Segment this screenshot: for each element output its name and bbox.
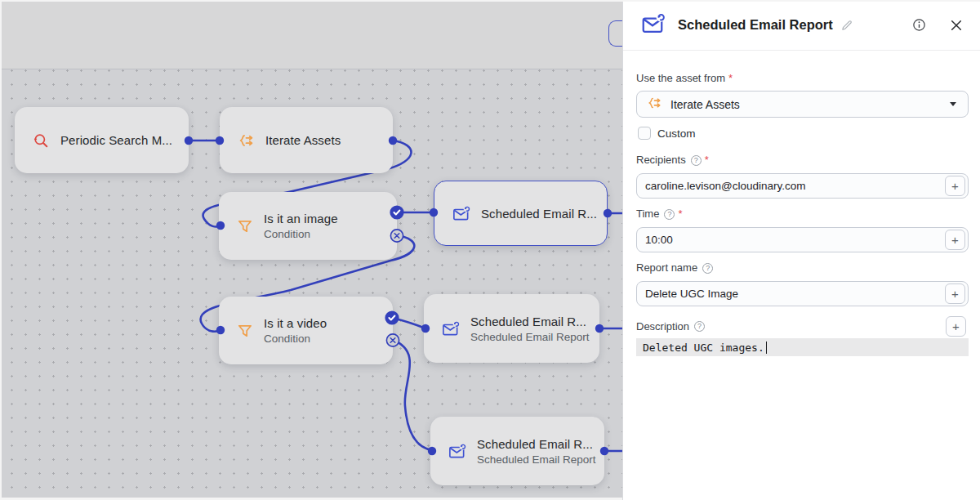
node-subtitle: Condition (264, 333, 327, 345)
panel-body: Use the asset from * Iterate Assets Cust… (623, 51, 980, 356)
canvas-topbar (0, 0, 622, 69)
info-icon[interactable] (911, 17, 927, 33)
asset-from-label: Use the asset from * (636, 72, 969, 85)
required-marker: * (705, 154, 709, 167)
add-report-name-button[interactable]: + (945, 283, 965, 304)
help-icon[interactable]: ? (694, 321, 705, 332)
window-frame-top (0, 0, 980, 2)
recipients-value: caroline.levison@cloudinary.com (645, 180, 945, 192)
node-title: Scheduled Email R... (481, 207, 597, 221)
port-out[interactable] (600, 447, 608, 455)
report-name-value: Delete UGC Image (645, 288, 945, 300)
port-in[interactable] (428, 447, 436, 455)
node-scheduled-email-selected[interactable]: Scheduled Email R... (434, 181, 608, 246)
panel-header: Scheduled Email Report (623, 0, 980, 51)
node-title: Scheduled Email R... (470, 315, 590, 328)
description-label-row: Description ? + (636, 316, 969, 337)
description-value: Deleted UGC images. (643, 342, 764, 354)
time-label: Time ? * (636, 208, 969, 221)
workflow-editor: Periodic Search M... Iterate Assets Is i… (0, 0, 980, 500)
node-title: Periodic Search M... (60, 133, 172, 147)
node-scheduled-email-3[interactable]: Scheduled Email R... Scheduled Email Rep… (430, 417, 604, 485)
custom-checkbox[interactable] (638, 127, 651, 140)
node-title: Is it an image (264, 212, 338, 225)
node-is-it-a-video[interactable]: Is it a video Condition (219, 297, 393, 364)
port-in[interactable] (216, 326, 225, 334)
chevron-down-icon (950, 102, 956, 106)
node-subtitle: Condition (264, 228, 338, 240)
port-false-x-icon[interactable] (386, 334, 399, 346)
recipients-label: Recipients ? * (636, 154, 969, 167)
iterate-icon (237, 132, 255, 150)
scheduled-email-icon (448, 442, 466, 461)
node-scheduled-email-2[interactable]: Scheduled Email R... Scheduled Email Rep… (424, 294, 599, 363)
scheduled-email-icon (441, 319, 460, 338)
port-false-x-icon[interactable] (390, 230, 403, 242)
custom-checkbox-label: Custom (657, 127, 696, 140)
port-in[interactable] (421, 324, 430, 333)
window-frame-left (0, 0, 2, 500)
node-config-panel: Scheduled Email Report (622, 0, 980, 500)
panel-title: Scheduled Email Report (678, 17, 833, 33)
time-value: 10:00 (645, 234, 945, 246)
port-out[interactable] (604, 209, 612, 217)
port-true-check-icon[interactable] (385, 310, 399, 324)
node-is-it-an-image[interactable]: Is it an image Condition (219, 192, 397, 260)
asset-from-value: Iterate Assets (670, 98, 950, 111)
asset-from-select[interactable]: Iterate Assets (636, 91, 969, 118)
node-iterate-assets[interactable]: Iterate Assets (220, 107, 393, 173)
help-icon[interactable]: ? (691, 155, 702, 166)
node-subtitle: Scheduled Email Report (470, 331, 590, 343)
filter-icon (236, 217, 253, 234)
add-recipient-button[interactable]: + (945, 176, 965, 196)
workflow-canvas[interactable]: Periodic Search M... Iterate Assets Is i… (0, 0, 622, 500)
add-description-button[interactable]: + (946, 316, 966, 337)
description-textarea[interactable]: Deleted UGC images. (636, 338, 969, 356)
required-marker: * (728, 72, 733, 85)
description-label: Description ? (636, 320, 705, 333)
required-marker: * (678, 208, 682, 221)
iterate-icon (646, 95, 662, 114)
recipients-input[interactable]: caroline.levison@cloudinary.com + (636, 173, 969, 199)
report-name-input[interactable]: Delete UGC Image + (636, 281, 969, 306)
port-in[interactable] (216, 136, 224, 145)
node-periodic-search[interactable]: Periodic Search M... (15, 107, 189, 173)
node-subtitle: Scheduled Email Report (477, 453, 596, 466)
edit-title-icon[interactable] (840, 18, 854, 32)
help-icon[interactable]: ? (702, 263, 713, 274)
port-out[interactable] (185, 136, 193, 145)
time-input[interactable]: 10:00 + (636, 227, 969, 252)
port-in[interactable] (430, 208, 438, 217)
port-true-check-icon[interactable] (390, 205, 403, 219)
text-cursor (766, 342, 768, 354)
report-name-label: Report name ? (636, 261, 969, 275)
toolbar-button-partial[interactable] (608, 20, 622, 47)
help-icon[interactable]: ? (664, 209, 675, 220)
custom-checkbox-row: Custom (636, 127, 969, 140)
node-title: Is it a video (264, 316, 327, 330)
port-in[interactable] (216, 221, 225, 230)
port-out[interactable] (389, 136, 397, 145)
scheduled-email-icon (452, 204, 470, 223)
port-out[interactable] (595, 324, 604, 333)
add-time-button[interactable]: + (945, 230, 965, 250)
filter-icon (236, 322, 253, 339)
close-icon[interactable] (949, 18, 964, 33)
search-refresh-icon (32, 132, 50, 150)
scheduled-email-icon (640, 11, 666, 39)
node-title: Scheduled Email R... (477, 437, 596, 451)
node-title: Iterate Assets (265, 133, 341, 147)
